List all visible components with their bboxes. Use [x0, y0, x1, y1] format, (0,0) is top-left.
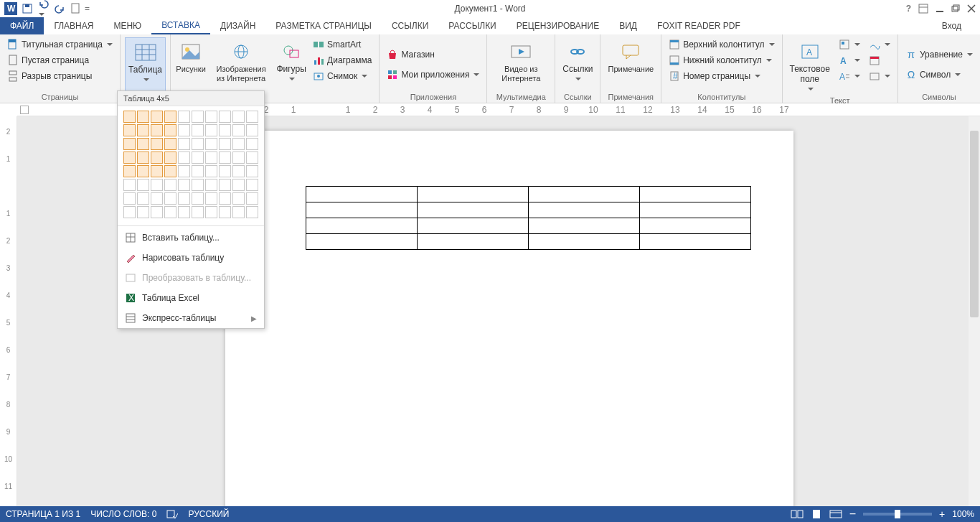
table-grid-cell[interactable]: [123, 111, 136, 123]
quick-parts-button[interactable]: [836, 37, 863, 52]
tab-file[interactable]: ФАЙЛ: [0, 17, 44, 34]
table-grid-cell[interactable]: [151, 165, 163, 177]
new-doc-icon[interactable]: [70, 3, 80, 14]
ribbon-opts-icon[interactable]: [918, 4, 928, 14]
table-grid-cell[interactable]: [246, 206, 258, 218]
table-grid-cell[interactable]: [232, 111, 245, 123]
table-grid-cell[interactable]: [164, 206, 176, 218]
table-grid-cell[interactable]: [137, 192, 149, 205]
table-grid-cell[interactable]: [123, 206, 136, 218]
table-grid-cell[interactable]: [205, 179, 217, 191]
comment-button[interactable]: Примечание: [605, 37, 656, 91]
zoom-out-button[interactable]: −: [849, 508, 856, 521]
table-grid-cell[interactable]: [232, 124, 245, 136]
table-grid-cell[interactable]: [232, 138, 245, 150]
signature-line-button[interactable]: [866, 37, 893, 52]
page[interactable]: [225, 131, 793, 506]
menu-insert-table[interactable]: Вставить таблицу...: [118, 228, 264, 248]
menu-excel-table[interactable]: XТаблица Excel: [118, 288, 264, 308]
table-grid-cell[interactable]: [205, 111, 217, 123]
table-grid-cell[interactable]: [246, 111, 258, 123]
table-grid-cell[interactable]: [232, 192, 245, 205]
table-grid-cell[interactable]: [205, 165, 217, 177]
avatar[interactable]: [966, 20, 976, 32]
zoom-slider[interactable]: [863, 513, 932, 516]
table-grid-cell[interactable]: [123, 138, 136, 150]
page-status[interactable]: СТРАНИЦА 1 ИЗ 1: [6, 509, 80, 519]
customize-qat-icon[interactable]: =: [85, 4, 90, 14]
table-grid-cell[interactable]: [123, 124, 136, 136]
table-grid-cell[interactable]: [137, 111, 149, 123]
table-grid-cell[interactable]: [219, 165, 231, 177]
tab-разметка-страницы[interactable]: РАЗМЕТКА СТРАНИЦЫ: [265, 17, 382, 34]
table-grid-cell[interactable]: [219, 179, 231, 191]
vertical-ruler[interactable]: 21123456789101112131415: [0, 116, 17, 506]
close-icon[interactable]: [967, 4, 976, 13]
restore-icon[interactable]: [951, 4, 960, 13]
table-grid-cell[interactable]: [137, 152, 149, 164]
table-grid-cell[interactable]: [123, 192, 136, 205]
tab-вид[interactable]: ВИД: [609, 17, 647, 34]
table-grid-cell[interactable]: [123, 179, 136, 191]
spell-check-icon[interactable]: [166, 509, 178, 519]
object-button[interactable]: [866, 69, 893, 83]
table-grid-cell[interactable]: [151, 111, 163, 123]
table-grid-cell[interactable]: [151, 179, 163, 191]
language-status[interactable]: РУССКИЙ: [188, 509, 229, 519]
table-grid-cell[interactable]: [192, 138, 204, 150]
table-grid-cell[interactable]: [192, 192, 204, 205]
table-grid-cell[interactable]: [178, 111, 190, 123]
table-grid-cell[interactable]: [205, 124, 217, 136]
redo-icon[interactable]: [55, 3, 66, 14]
table-grid-cell[interactable]: [219, 206, 231, 218]
screenshot-button[interactable]: Снимок: [310, 69, 374, 83]
wordart-button[interactable]: A: [836, 53, 863, 67]
scrollbar-thumb[interactable]: [970, 131, 979, 317]
document-table[interactable]: [306, 186, 751, 250]
table-grid-cell[interactable]: [178, 124, 190, 136]
menu-draw-table[interactable]: Нарисовать таблицу: [118, 248, 264, 268]
table-grid-cell[interactable]: [137, 165, 149, 177]
table-grid-cell[interactable]: [151, 206, 163, 218]
table-grid-cell[interactable]: [205, 152, 217, 164]
table-grid-cell[interactable]: [192, 111, 204, 123]
chart-button[interactable]: Диаграмма: [310, 53, 374, 67]
table-grid-cell[interactable]: [164, 165, 176, 177]
table-grid-cell[interactable]: [219, 192, 231, 205]
header-button[interactable]: Верхний колонтитул: [666, 37, 777, 52]
footer-button[interactable]: Нижний колонтитул: [666, 53, 777, 67]
zoom-in-button[interactable]: +: [939, 508, 945, 520]
table-grid-cell[interactable]: [246, 152, 258, 164]
zoom-slider-thumb[interactable]: [895, 510, 900, 518]
page-break-button[interactable]: Разрыв страницы: [4, 69, 116, 83]
table-grid-cell[interactable]: [151, 192, 163, 205]
table-grid-cell[interactable]: [232, 165, 245, 177]
table-grid-cell[interactable]: [178, 138, 190, 150]
table-grid-cell[interactable]: [232, 179, 245, 191]
table-grid-cell[interactable]: [151, 152, 163, 164]
table-grid-cell[interactable]: [246, 192, 258, 205]
online-video-button[interactable]: Видео из Интернета: [491, 37, 550, 91]
table-grid-cell[interactable]: [137, 124, 149, 136]
menu-quick-tables[interactable]: Экспресс-таблицы▶: [118, 308, 264, 328]
links-button[interactable]: Ссылки: [560, 37, 595, 91]
tab-selector-icon[interactable]: [20, 106, 29, 114]
table-grid-cell[interactable]: [205, 192, 217, 205]
online-pictures-button[interactable]: Изображения из Интернета: [209, 37, 273, 91]
web-layout-icon[interactable]: [829, 509, 842, 519]
smartart-button[interactable]: SmartArt: [310, 37, 374, 52]
symbol-button[interactable]: ΩСимвол: [903, 67, 976, 82]
table-grid-cell[interactable]: [205, 138, 217, 150]
tab-рецензирование[interactable]: РЕЦЕНЗИРОВАНИЕ: [507, 17, 609, 34]
store-button[interactable]: Магазин: [384, 47, 482, 62]
help-icon[interactable]: ?: [906, 4, 911, 14]
minimize-icon[interactable]: [936, 4, 944, 13]
shapes-button[interactable]: Фигуры: [275, 37, 307, 91]
tab-вставка[interactable]: ВСТАВКА: [151, 17, 210, 34]
table-grid-cell[interactable]: [246, 165, 258, 177]
equation-button[interactable]: πУравнение: [903, 47, 976, 62]
table-grid-cell[interactable]: [123, 152, 136, 164]
table-button[interactable]: Таблица: [125, 37, 166, 91]
table-grid-cell[interactable]: [164, 192, 176, 205]
table-grid-cell[interactable]: [164, 152, 176, 164]
